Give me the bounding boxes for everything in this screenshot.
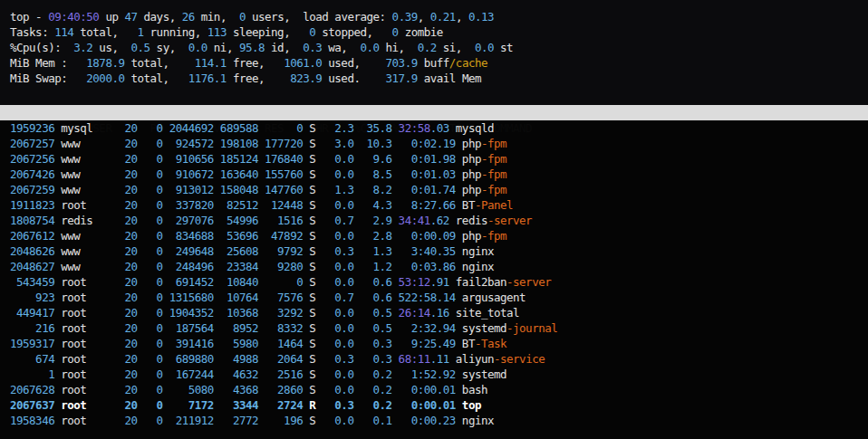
text-segment: 0.0 0.5 — [322, 306, 391, 320]
text-segment: used, — [322, 56, 385, 70]
text-segment: S — [303, 198, 322, 212]
text-segment: S — [303, 121, 322, 135]
text-segment: S — [303, 244, 322, 258]
text-segment: 20 0 913012 158048 147760 — [118, 183, 303, 196]
terminal-window[interactable]: top - 09:40:50 up 47 days, 26 min, 0 use… — [0, 0, 868, 439]
text-segment: root — [54, 321, 118, 335]
text-segment: 0.5 — [131, 41, 150, 54]
text-segment: www — [54, 260, 118, 273]
process-row: 2048626 www 20 0 249648 25608 9792 S 0.3… — [10, 243, 868, 259]
text-segment: 20 0 7172 3344 2724 — [118, 398, 303, 412]
text-segment: 2067628 — [10, 383, 54, 396]
text-segment: 0 — [392, 25, 399, 39]
text-segment: total, — [124, 56, 194, 70]
text-segment: MiB Mem : — [10, 56, 86, 70]
text-segment: 0.13 — [468, 10, 494, 24]
text-segment: -fpm — [481, 167, 506, 181]
process-row: 674 root 20 0 689880 4988 2064 S 0.3 0.3… — [10, 351, 868, 367]
process-row: 1959317 root 20 0 391416 5980 1464 S 0.0… — [10, 336, 868, 351]
text-segment: 1 — [10, 367, 54, 381]
process-rows: 1959236 mysql 20 0 2044692 689588 0 S 2.… — [0, 120, 868, 428]
text-segment: S — [303, 383, 322, 396]
text-segment: .03 — [430, 121, 449, 135]
text-segment: root — [54, 306, 118, 320]
text-segment: 20 0 1904352 10368 3292 — [118, 306, 303, 320]
text-segment: S — [303, 275, 322, 289]
process-row: 2067257 www 20 0 924572 198108 177720 S … — [10, 136, 868, 151]
text-segment: php — [456, 152, 481, 166]
text-segment: buff — [418, 56, 449, 70]
text-segment: stopped, — [315, 25, 391, 39]
text-segment: nginx — [456, 414, 494, 427]
text-segment: -Task — [475, 337, 506, 350]
text-segment: 3.0 10.3 0:02.19 — [322, 137, 456, 150]
process-row: 1808754 redis 20 0 297076 54996 1516 S 0… — [10, 213, 868, 228]
text-segment: 923 — [10, 291, 54, 304]
text-segment: 216 — [10, 321, 54, 335]
text-segment: 1959317 — [10, 337, 54, 350]
text-segment: up — [99, 10, 124, 24]
text-segment: -server — [487, 214, 532, 227]
process-row: 2067259 www 20 0 913012 158048 147760 S … — [10, 182, 868, 197]
text-segment: 20 0 187564 8952 8332 — [118, 321, 303, 335]
text-segment: www — [54, 137, 118, 150]
text-segment: 0.0 0.1 0:00.23 — [322, 414, 456, 427]
text-segment: top - — [10, 10, 48, 24]
text-segment: 0.0 — [475, 41, 494, 54]
text-segment: 0.0 0.2 0:00.01 — [322, 383, 456, 396]
process-row: 449417 root 20 0 1904352 10368 3292 S 0.… — [10, 305, 868, 320]
text-segment: 0.3 0.2 0:00.01 — [322, 398, 456, 412]
process-table-header-bar: PID USER PR NI VIRT RES SHR S %CPU %MEM … — [0, 105, 868, 120]
text-segment: 3.2 — [73, 41, 92, 54]
process-row: 2067612 www 20 0 834688 53696 47892 S 0.… — [10, 228, 868, 243]
text-segment: 2067426 — [10, 167, 54, 181]
text-segment: free, — [227, 56, 284, 70]
text-segment: 1808754 — [10, 214, 54, 227]
text-segment: 0.7 2.9 — [322, 214, 391, 227]
text-segment: root — [54, 414, 118, 427]
text-segment: argusagent — [456, 291, 526, 304]
text-segment: root — [54, 352, 118, 366]
text-segment: .91 — [430, 275, 449, 289]
text-segment: 449417 — [10, 306, 54, 320]
text-segment: 20 0 910672 163640 155760 — [118, 167, 303, 181]
text-segment: 26:14 — [392, 306, 430, 320]
text-segment: 20 0 211912 2772 196 — [118, 414, 303, 427]
process-row: 2067426 www 20 0 910672 163640 155760 S … — [10, 167, 868, 182]
text-segment: -fpm — [481, 152, 506, 166]
text-segment: 0.0 0.2 1:52.92 — [322, 367, 456, 381]
text-segment: 2000.0 — [86, 72, 124, 85]
text-segment: sleeping, — [227, 25, 309, 39]
text-segment: days, — [138, 10, 182, 24]
text-segment: aliyun — [449, 352, 494, 366]
text-segment: php — [456, 137, 481, 150]
text-segment: 2067259 — [10, 183, 54, 196]
text-segment: running, — [144, 25, 207, 39]
text-segment: S — [303, 214, 322, 227]
text-segment: bash — [456, 383, 487, 396]
text-segment: 0.0 2.8 0:00.09 — [322, 229, 456, 243]
text-segment: php — [456, 167, 481, 181]
text-segment: 0.3 — [303, 41, 322, 54]
text-segment: S — [303, 291, 322, 304]
text-segment: -fpm — [481, 183, 506, 196]
text-segment: 1061.0 — [284, 56, 322, 70]
text-segment: total, — [73, 25, 137, 39]
text-segment: , — [456, 10, 468, 24]
text-segment: 0.3 1.3 3:40.35 — [322, 244, 456, 258]
text-segment: 0.0 — [360, 41, 379, 54]
text-segment: 20 0 167244 4632 2516 — [118, 367, 303, 381]
text-segment: us, — [92, 41, 130, 54]
text-segment: -Panel — [475, 198, 513, 212]
text-segment: S — [303, 306, 322, 320]
process-row: 1958346 root 20 0 211912 2772 196 S 0.0 … — [10, 413, 868, 428]
text-segment: 47 — [124, 10, 137, 24]
text-segment: 113 — [207, 25, 227, 39]
text-segment: 95.8 — [239, 41, 265, 54]
text-segment: mysqld — [449, 121, 494, 135]
text-segment: 0 — [239, 10, 246, 24]
text-segment: 1.3 8.2 0:01.74 — [322, 183, 456, 196]
text-segment: 20 0 834688 53696 47892 — [118, 229, 303, 243]
text-segment: -fpm — [481, 229, 506, 243]
text-segment: S — [303, 352, 322, 366]
